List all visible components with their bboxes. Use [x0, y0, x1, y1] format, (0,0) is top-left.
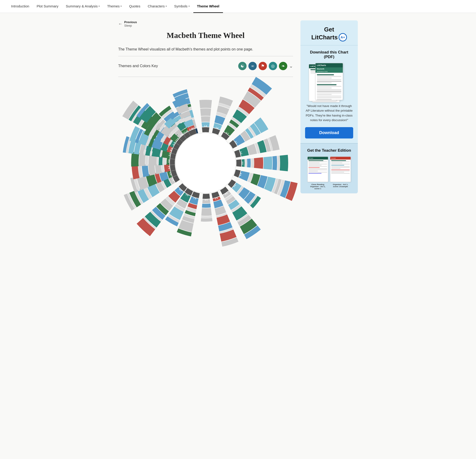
nav-symbols[interactable]: Symbols ▾: [170, 0, 193, 13]
sidebar-section1-title: Download this Chart(PDF): [305, 50, 353, 59]
svg-text:1.5: 1.5: [204, 125, 207, 127]
theme-icon-4[interactable]: ◎: [269, 62, 277, 70]
page-container: ← Previous Sleep Macbeth Theme Wheel The…: [111, 13, 365, 260]
testimonial-text: "Would not have made it through AP Liter…: [305, 104, 353, 123]
theme-icon-2[interactable]: ∞: [248, 62, 257, 70]
nav-theme-wheel[interactable]: Theme Wheel: [193, 0, 223, 13]
sidebar-download-section: Download this Chart(PDF) LitCharts: [300, 45, 358, 143]
prev-label: Previous: [124, 20, 137, 24]
themes-key-expand-icon[interactable]: ⌄: [289, 63, 293, 69]
theme-icon-1[interactable]: ☯: [238, 62, 246, 70]
svg-point-30: [176, 133, 236, 193]
nav-characters[interactable]: Characters ▾: [144, 0, 170, 13]
themes-key-label: Themes and Colors Key: [118, 64, 158, 68]
themes-chevron: ▾: [120, 5, 122, 7]
prev-sub[interactable]: Sleep: [124, 24, 137, 27]
theme-wheel-svg: 1.11.21.31.41.51.61.72.12.22.32.43.13.23…: [132, 84, 280, 242]
symbols-chevron: ▾: [188, 5, 190, 7]
sidebar-teacher-section: Get the Teacher Edition LitCharts: [300, 143, 358, 193]
nav-plot-summary[interactable]: Plot Summary: [33, 0, 62, 13]
teacher-card-2-label: Organizer - Act 1, scene 1 Example: [330, 183, 351, 188]
prev-nav: ← Previous Sleep: [118, 20, 293, 27]
teacher-card-1: LitCharts: [307, 157, 328, 190]
sidebar: Get LitCharts A+ Download this Chart(PDF…: [300, 20, 358, 246]
theme-icon-list: ☯ ∞ ⚑ ◎ ❧: [238, 62, 287, 70]
summary-analysis-chevron: ▾: [99, 5, 100, 7]
prev-arrow-icon[interactable]: ←: [118, 22, 122, 26]
nav-themes[interactable]: Themes ▾: [103, 0, 125, 13]
nav-summary-analysis[interactable]: Summary & Analysis ▾: [62, 0, 104, 13]
description-text: The Theme Wheel visualizes all of Macbet…: [118, 47, 293, 51]
divider-2: [118, 77, 293, 77]
pdf-preview: LitCharts LitCharts: [305, 63, 353, 100]
theme-icon-3[interactable]: ⚑: [259, 62, 267, 70]
pdf-card-front: LitCharts Macbeth INTRODUCTION: [315, 63, 343, 100]
page-title: Macbeth Theme Wheel: [118, 31, 293, 40]
svg-text:3.4: 3.4: [205, 199, 208, 201]
svg-text:2.3: 2.3: [241, 162, 244, 165]
main-content: ← Previous Sleep Macbeth Theme Wheel The…: [118, 20, 293, 246]
teacher-card-1-label: Close Reading Organizer - Act 1, scene 1: [307, 183, 328, 190]
svg-text:5.3: 5.3: [168, 166, 170, 169]
sidebar-card: Get LitCharts A+ Download this Chart(PDF…: [300, 20, 358, 193]
aplus-badge: A+: [339, 33, 347, 42]
download-button[interactable]: Download: [305, 127, 353, 139]
get-litcharts-title: Get LitCharts A+: [305, 26, 353, 42]
svg-text:5.4: 5.4: [168, 159, 170, 163]
prev-text: Previous Sleep: [124, 20, 137, 27]
sidebar-section2-title: Get the Teacher Edition: [305, 148, 353, 153]
wheel-container: 1.11.21.31.41.51.61.72.12.22.32.43.13.23…: [118, 80, 293, 246]
themes-key-bar: Themes and Colors Key ☯ ∞ ⚑ ◎ ❧ ⌄: [118, 60, 293, 72]
teacher-preview: LitCharts: [305, 157, 353, 190]
sidebar-top: Get LitCharts A+: [300, 20, 358, 45]
theme-icon-5[interactable]: ❧: [279, 62, 287, 70]
nav-introduction[interactable]: Introduction: [7, 0, 33, 13]
nav-quotes[interactable]: Quotes: [125, 0, 144, 13]
characters-chevron: ▾: [166, 5, 167, 7]
main-nav: Introduction Plot Summary Summary & Anal…: [0, 0, 476, 13]
teacher-card-2: Example: [330, 157, 351, 190]
litcharts-badge: LitCharts A+: [311, 33, 347, 42]
